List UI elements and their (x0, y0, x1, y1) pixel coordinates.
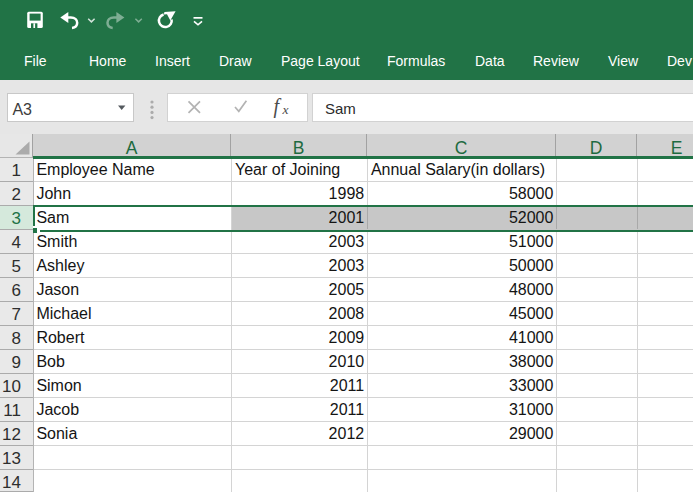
svg-text:f: f (274, 95, 282, 118)
svg-text:x: x (282, 102, 289, 117)
